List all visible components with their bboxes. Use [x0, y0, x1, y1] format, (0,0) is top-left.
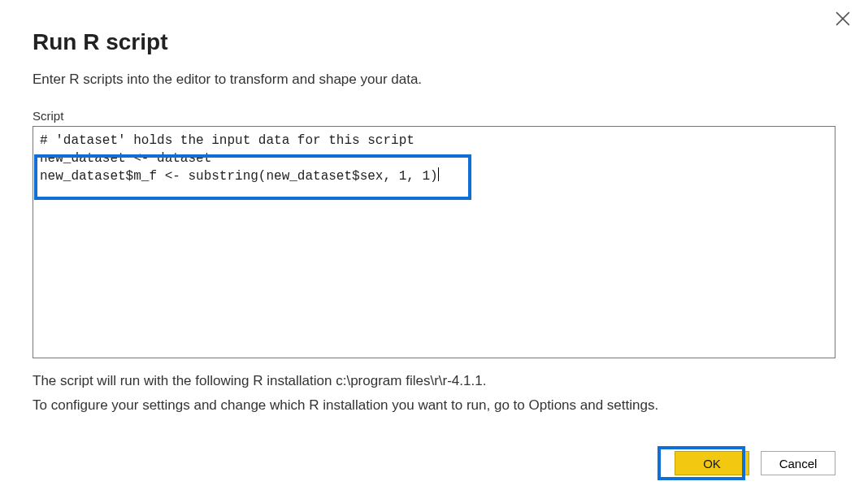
script-editor[interactable]: # 'dataset' holds the input data for thi… [33, 126, 835, 358]
script-line: # 'dataset' holds the input data for thi… [40, 132, 828, 150]
script-field-label: Script [33, 109, 835, 123]
close-icon[interactable] [835, 11, 850, 26]
script-line: new_dataset <- dataset [40, 150, 828, 167]
dialog-subtitle: Enter R scripts into the editor to trans… [33, 72, 835, 88]
cancel-button[interactable]: Cancel [761, 451, 835, 475]
run-r-script-dialog: Run R script Enter R scripts into the ed… [0, 0, 868, 490]
r-install-info: The script will run with the following R… [33, 373, 835, 389]
text-cursor [438, 167, 439, 181]
dialog-button-row: OK Cancel [675, 451, 835, 475]
script-line: new_dataset$m_f <- substring(new_dataset… [40, 167, 828, 185]
ok-button[interactable]: OK [675, 451, 749, 475]
dialog-title: Run R script [33, 29, 835, 55]
r-settings-info: To configure your settings and change wh… [33, 397, 835, 414]
